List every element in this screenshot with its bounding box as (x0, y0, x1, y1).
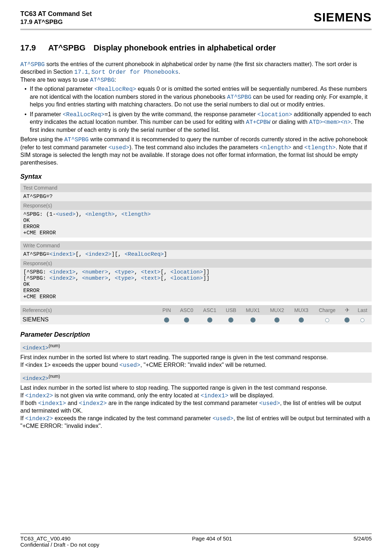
param-ref[interactable]: <RealLocReq> (124, 251, 164, 258)
param-ref[interactable]: <location> (170, 275, 203, 281)
list-item: If parameter <RealLocReq>=1 is given by … (30, 111, 372, 134)
write-command-line: AT^SPBG=<index1>[, <index2>][, <RealLocR… (20, 250, 372, 259)
param-ref[interactable]: <index1> (38, 400, 66, 407)
dot-icon (221, 315, 241, 324)
param-ref[interactable]: <nlength> (85, 211, 115, 218)
param-ref[interactable]: <index2> (25, 393, 53, 399)
param-ref[interactable]: <text> (141, 269, 160, 275)
param-ref[interactable]: <index2> (79, 400, 107, 407)
param-index1-label: <index1>(num) (20, 342, 372, 352)
footer-left: TC63_ATC_V00.490 (20, 535, 70, 542)
col-mux2: MUX2 (265, 305, 289, 315)
col-charge: Charge (313, 305, 341, 315)
dot-icon (198, 315, 221, 324)
col-mux1: MUX1 (241, 305, 265, 315)
col-airplane: ✈ (341, 305, 353, 315)
footer-right: 5/24/05 (354, 535, 372, 542)
table-row: SIEMENS (20, 315, 372, 324)
header-rule (20, 29, 372, 30)
col-mux3: MUX3 (289, 305, 314, 315)
list-item: If the optional parameter <RealLocReq> e… (30, 85, 372, 108)
write-command-box: Write Command AT^SPBG=<index1>[, <index2… (20, 241, 372, 301)
dot-icon (341, 315, 353, 324)
intro-para: AT^SPBG sorts the entries of the current… (20, 61, 372, 84)
dot-icon (158, 315, 175, 324)
section-ref-title[interactable]: Sort Order for Phonebooks (91, 69, 179, 76)
param-ref[interactable]: <text> (141, 275, 160, 281)
cmd-ref[interactable]: AT+CPBW (246, 119, 270, 126)
param-desc-heading: Parameter Description (20, 331, 372, 339)
header-left: TC63 AT Command Set 17.9 AT^SPBG (20, 10, 92, 26)
param-ref[interactable]: <RealLocReq> (94, 86, 136, 93)
param-ref[interactable]: <tlength> (121, 211, 151, 218)
brand-logo: SIEMENS (314, 10, 372, 24)
section-ref[interactable]: 17.1 (74, 69, 88, 76)
section-heading: 17.9 AT^SPBG Display phonebook entries i… (20, 43, 372, 53)
param-ref[interactable]: <index1> (49, 251, 75, 258)
dot-icon (175, 315, 198, 324)
param-ref[interactable]: <index1> (201, 393, 229, 399)
syntax-heading: Syntax (20, 173, 372, 181)
col-pin: PIN (158, 305, 175, 315)
param-ref[interactable]: <type> (115, 269, 134, 275)
param-ref[interactable]: <index1> (49, 269, 75, 275)
section-title: AT^SPBG Display phonebook entries in alp… (48, 43, 276, 53)
col-last: Last (354, 305, 372, 315)
page-header: TC63 AT Command Set 17.9 AT^SPBG SIEMENS (20, 10, 372, 26)
footer-confidential: Confidential / Draft - Do not copy (20, 542, 372, 548)
after-para: Before using the AT^SPBG write command i… (20, 136, 372, 166)
write-response-lines: [^SPBG: <index1>, <number>, <type>, <tex… (20, 268, 372, 301)
cmd-ref[interactable]: AT^SPBG (64, 137, 89, 143)
param-ref[interactable]: <location> (257, 112, 292, 118)
param-ref[interactable]: <location> (170, 269, 203, 275)
doc-subtitle: 17.9 AT^SPBG (20, 19, 92, 26)
cmd-ref[interactable]: AT^SPBG (227, 94, 251, 101)
cmd-ref[interactable]: ATD><mem><n> (309, 119, 351, 126)
dot-icon (289, 315, 314, 324)
param-index1-desc: First index number in the sorted list wh… (20, 354, 372, 369)
param-ref[interactable]: <number> (82, 275, 108, 281)
cmd-ref[interactable]: AT^SPBG (20, 61, 45, 68)
page-footer: TC63_ATC_V00.490 Page 404 of 501 5/24/05… (20, 534, 372, 548)
dot-open-icon (354, 315, 372, 324)
param-ref[interactable]: <type> (115, 275, 134, 281)
test-command-box: Test Command AT^SPBG=? Response(s) ^SPBG… (20, 183, 372, 238)
param-ref[interactable]: <nlength> (260, 145, 291, 151)
response-label: Response(s) (20, 259, 372, 268)
col-asc1: ASC1 (198, 305, 221, 315)
ref-name: SIEMENS (20, 315, 158, 324)
param-ref[interactable]: <used> (259, 400, 280, 407)
response-label: Response(s) (20, 201, 372, 210)
footer-center: Page 404 of 501 (192, 535, 232, 542)
param-ref[interactable]: <index2> (49, 275, 75, 281)
param-ref[interactable]: <number> (82, 269, 108, 275)
ref-header: Reference(s) (20, 305, 158, 315)
dot-open-icon (313, 315, 341, 324)
param-ref[interactable]: <index2> (25, 416, 53, 422)
param-ref[interactable]: <used> (109, 145, 130, 151)
col-asc0: ASC0 (175, 305, 198, 315)
bullet-list: If the optional parameter <RealLocReq> e… (20, 85, 372, 134)
param-ref[interactable]: <RealLocReq> (63, 112, 105, 118)
param-ref[interactable]: <tlength> (304, 145, 335, 151)
cmd-ref[interactable]: AT^SPBG (90, 77, 114, 84)
param-ref[interactable]: <used> (56, 211, 75, 218)
param-index2-label: <index2>(num) (20, 373, 372, 383)
section-number: 17.9 (20, 43, 36, 53)
reference-table: Reference(s) PIN ASC0 ASC1 USB MUX1 MUX2… (20, 305, 372, 324)
dot-icon (241, 315, 265, 324)
param-ref[interactable]: <used> (213, 416, 234, 422)
doc-title: TC63 AT Command Set (20, 10, 92, 18)
param-ref[interactable]: <used> (119, 362, 140, 369)
write-command-label: Write Command (20, 241, 372, 250)
test-command-label: Test Command (20, 183, 372, 192)
col-usb: USB (221, 305, 241, 315)
dot-icon (265, 315, 289, 324)
param-index2-desc: Last index number in the sorted list whe… (20, 384, 372, 430)
test-command-line: AT^SPBG=? (20, 192, 372, 201)
test-response-lines: ^SPBG: (1-<used>), <nlength>, <tlength> … (20, 210, 372, 238)
param-ref[interactable]: <index2> (85, 251, 111, 258)
